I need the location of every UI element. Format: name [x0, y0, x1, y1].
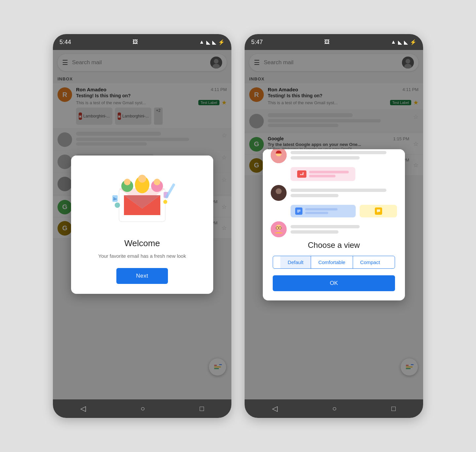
svg-text:3+: 3+: [113, 197, 117, 201]
svg-rect-22: [165, 183, 176, 199]
image-placeholder: [291, 167, 355, 181]
signal-icon1-right: ◣: [398, 39, 402, 45]
next-button[interactable]: Next: [116, 268, 168, 284]
doc-icon: [295, 207, 302, 215]
welcome-title: Welcome: [81, 238, 203, 249]
signal-icon2: ◣: [212, 39, 216, 45]
gmail-background-left: ☰ Search mail INBOX R Ron Amadeo 4:11 PM…: [53, 50, 231, 399]
view-lines-3: [291, 189, 397, 197]
svg-point-36: [276, 188, 282, 194]
welcome-illustration: 3+: [71, 156, 213, 235]
image-icon: [297, 170, 306, 178]
welcome-modal: 3+ Welcome Your favorite email has a fre…: [71, 156, 213, 294]
home-button-right[interactable]: ○: [332, 404, 337, 413]
recents-button-right[interactable]: □: [391, 404, 396, 413]
svg-point-16: [154, 179, 160, 185]
view-row-3: [271, 185, 397, 201]
view-line-5a: [291, 225, 360, 228]
view-line-5b: [291, 230, 338, 234]
battery-icon-right: ⚡: [410, 39, 416, 45]
svg-point-34: [302, 172, 304, 174]
view-line-3a: [291, 189, 386, 192]
signal-icon1: ◣: [206, 39, 210, 45]
status-time-right: 5:47: [251, 39, 263, 46]
view-row-2: [271, 167, 397, 181]
modal-overlay-right[interactable]: Choose a view Default Comfortable Compac…: [245, 50, 423, 399]
svg-point-14: [138, 175, 146, 183]
phone-right: 5:47 🖼 ▲ ◣ ◣ ⚡ ☰ Search mail INBOX: [245, 34, 423, 418]
recents-button-left[interactable]: □: [200, 404, 204, 413]
signal-icon2-right: ◣: [404, 39, 408, 45]
view-title: Choose a view: [273, 241, 395, 250]
view-blue-button: [291, 205, 356, 217]
back-button-right[interactable]: ◁: [272, 404, 278, 413]
back-button-left[interactable]: ◁: [80, 404, 86, 413]
view-option-default[interactable]: Default: [280, 256, 311, 268]
svg-point-12: [124, 179, 131, 185]
image-lines: [309, 171, 349, 177]
view-row-1: [271, 149, 397, 163]
view-lines-1: [291, 151, 397, 159]
view-avatar-1: [271, 149, 287, 163]
wifi-icon-right: ▲: [391, 39, 396, 45]
status-icons-left: ▲ ◣ ◣ ⚡: [199, 39, 225, 45]
phone-left: 5:44 🖼 ▲ ◣ ◣ ⚡ ☰ Search mail INBOX: [53, 34, 231, 418]
home-button-left[interactable]: ○: [140, 404, 145, 413]
nav-bar-left: ◁ ○ □: [53, 399, 231, 418]
nav-bar-right: ◁ ○ □: [245, 399, 423, 418]
status-icons-right: ▲ ◣ ◣ ⚡: [391, 39, 416, 45]
view-line-3b: [291, 194, 338, 197]
welcome-text-section: Welcome Your favorite email has a fresh …: [71, 235, 213, 294]
view-line-1b: [291, 156, 360, 159]
view-avatar-5: [271, 221, 287, 237]
gmail-background-right: ☰ Search mail INBOX R Ron Amadeo 4:11 PM…: [245, 50, 423, 399]
svg-point-21: [163, 200, 167, 204]
svg-point-18: [115, 203, 120, 208]
view-lines-5: [291, 225, 397, 234]
view-options-group[interactable]: Default Comfortable Compact: [273, 256, 395, 269]
view-text-section: Choose a view Default Comfortable Compac…: [263, 235, 405, 300]
svg-point-37: [274, 194, 283, 200]
chat-icon: [375, 207, 382, 215]
view-option-compact[interactable]: Compact: [353, 256, 387, 268]
wifi-icon: ▲: [199, 39, 204, 45]
ok-button[interactable]: OK: [273, 275, 395, 291]
battery-icon: ⚡: [218, 39, 225, 45]
view-line-1a: [291, 151, 386, 154]
view-option-comfortable[interactable]: Comfortable: [311, 256, 353, 268]
photo-icon: 🖼: [133, 39, 138, 45]
view-avatar-3: [271, 185, 287, 201]
photo-icon-right: 🖼: [324, 39, 330, 45]
view-row-5: [271, 221, 397, 237]
svg-point-32: [274, 156, 283, 162]
choose-view-modal: Choose a view Default Comfortable Compac…: [263, 149, 405, 300]
status-bar-right: 5:47 🖼 ▲ ◣ ◣ ⚡: [245, 34, 423, 50]
view-row-4: [271, 205, 397, 217]
view-yellow-button: [360, 205, 397, 217]
status-time-left: 5:44: [60, 39, 71, 46]
blue-line-group: [305, 208, 351, 214]
modal-overlay-left[interactable]: 3+ Welcome Your favorite email has a fre…: [53, 50, 231, 399]
status-bar-left: 5:44 🖼 ▲ ◣ ◣ ⚡: [53, 34, 231, 50]
view-illustration: [263, 149, 405, 235]
welcome-subtitle: Your favorite email has a fresh new look: [81, 252, 203, 260]
